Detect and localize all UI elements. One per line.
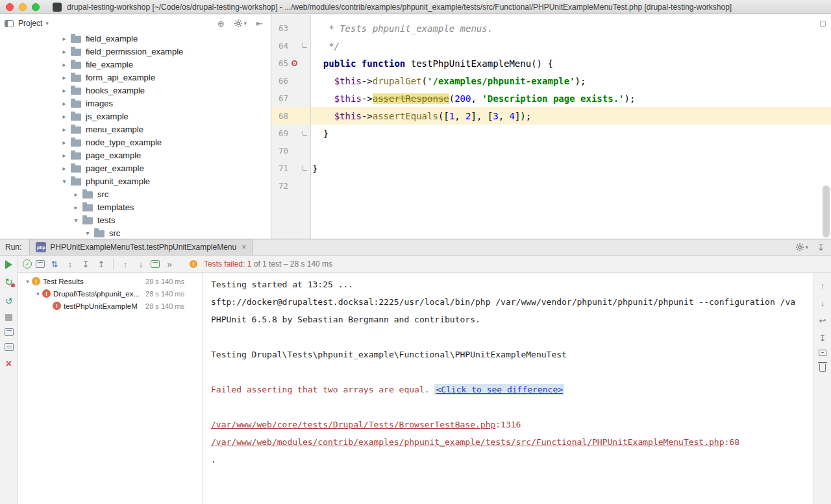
code-editor[interactable]: 63 * Tests phpunit_example menus.64 */65… [271, 15, 831, 239]
editor-scrollbar[interactable] [823, 186, 830, 237]
tree-item-src[interactable]: ▸src [0, 187, 271, 200]
chevron-right-icon[interactable]: ▸ [60, 87, 69, 94]
test-tree-item[interactable]: !testPhpUnitExampleM28 s 140 ms [18, 300, 203, 312]
tree-item-form_api_example[interactable]: ▸form_api_example [0, 71, 271, 84]
previous-failed-test-icon[interactable]: ↑ [119, 258, 131, 270]
close-button[interactable]: × [3, 358, 15, 370]
chevron-right-icon[interactable]: ▸ [60, 165, 69, 172]
print-icon[interactable] [819, 350, 826, 356]
expand-all-icon[interactable]: ↧ [80, 258, 92, 270]
fold-marker-icon[interactable] [303, 166, 307, 171]
tree-item-templates[interactable]: ▸templates [0, 200, 271, 213]
toggle-auto-test-button[interactable]: ↺ [3, 295, 15, 307]
more-icon[interactable]: » [164, 258, 175, 270]
test-tree-item[interactable]: ▾!Test Results28 s 140 ms [18, 275, 203, 287]
close-tab-icon[interactable]: × [242, 243, 246, 252]
diff-link[interactable]: <Click to see difference> [434, 384, 564, 395]
chevron-right-icon[interactable]: ▸ [60, 126, 69, 133]
editor-gutter: 64 [271, 37, 310, 54]
run-settings-gear-icon[interactable]: ▾ [795, 243, 809, 252]
code-text[interactable]: } [310, 163, 317, 174]
code-text[interactable]: */ [310, 41, 340, 51]
editor-gutter: 68 [271, 107, 310, 125]
code-text[interactable]: * Tests phpunit_example menus. [310, 23, 493, 34]
tree-item-images[interactable]: ▸images [0, 97, 271, 110]
chevron-down-icon[interactable]: ▾ [83, 230, 92, 237]
chevron-right-icon[interactable]: ▸ [60, 35, 69, 42]
stop-button[interactable] [5, 314, 12, 321]
chevron-right-icon[interactable]: ▸ [60, 61, 69, 68]
file-link[interactable]: /var/www/web/core/tests/Drupal/Tests/Bro… [211, 420, 495, 429]
chevron-down-icon[interactable]: ▾ [45, 20, 49, 27]
locate-file-icon[interactable]: ⊕ [217, 19, 225, 29]
chevron-right-icon[interactable]: ▸ [60, 48, 69, 55]
test-history-icon[interactable] [151, 260, 160, 268]
minimize-window-button[interactable] [19, 3, 27, 11]
chevron-right-icon[interactable]: ▸ [60, 113, 69, 120]
clear-all-icon[interactable] [819, 364, 826, 372]
chevron-right-icon[interactable]: ▸ [60, 100, 69, 107]
pin-tab-button[interactable] [5, 343, 14, 351]
tree-item-file_example[interactable]: ▸file_example [0, 58, 271, 71]
tree-item-phpunit_example[interactable]: ▾phpunit_example [0, 174, 271, 187]
code-text[interactable]: $this->assertEquals([1, 2], [3, 4]); [310, 111, 531, 121]
test-console[interactable]: Testing started at 13:25 ...sftp://docke… [203, 273, 813, 504]
zoom-window-button[interactable] [32, 3, 40, 11]
tree-item-src[interactable]: ▾src [0, 226, 271, 239]
chevron-down-icon[interactable]: ▾ [23, 278, 32, 285]
next-failed-test-icon[interactable]: ↓ [135, 258, 147, 270]
code-text[interactable]: public function testPhpUnitExampleMenu()… [310, 58, 553, 69]
soft-wrap-icon[interactable]: ↩ [817, 315, 828, 326]
fold-marker-icon[interactable] [303, 43, 307, 48]
run-tab-title: PHPUnitExampleMenuTest.testPhpUnitExampl… [50, 243, 236, 252]
file-link[interactable]: /var/www/web/modules/contrib/examples/ph… [211, 437, 725, 447]
run-tab[interactable]: php PHPUnitExampleMenuTest.testPhpUnitEx… [29, 239, 253, 255]
chevron-right-icon[interactable]: ▸ [60, 152, 69, 159]
tests-failed-text: Tests failed: 1 [204, 259, 251, 269]
chevron-right-icon[interactable]: ▸ [71, 204, 81, 211]
collapse-all-icon[interactable]: ↥ [95, 258, 107, 270]
hide-passed-icon[interactable]: ✓ [23, 259, 32, 269]
tree-item-js_example[interactable]: ▸js_example [0, 110, 271, 123]
rerun-failed-tests-button[interactable]: ↻ [3, 276, 15, 288]
chevron-right-icon[interactable]: ▸ [71, 191, 81, 198]
run-test-failed-icon[interactable] [291, 60, 297, 66]
show-ignored-icon[interactable] [36, 260, 45, 268]
hide-window-icon[interactable]: ↧ [817, 243, 825, 252]
chevron-down-icon[interactable]: ▾ [71, 217, 81, 224]
chevron-right-icon[interactable]: ▸ [60, 139, 69, 146]
up-stacktrace-icon[interactable]: ↑ [817, 280, 828, 291]
restore-layout-button[interactable] [5, 328, 14, 336]
down-stacktrace-icon[interactable]: ↓ [817, 297, 828, 309]
scroll-to-end-icon[interactable]: ↧ [817, 332, 828, 344]
line-number: 64 [271, 41, 288, 51]
test-tree-item[interactable]: ▾!Drupal\Tests\phpunit_ex...28 s 140 ms [18, 287, 203, 300]
chevron-right-icon[interactable]: ▸ [60, 74, 69, 81]
tree-item-pager_example[interactable]: ▸pager_example [0, 162, 271, 174]
sort-by-duration-icon[interactable]: ↕ [64, 258, 76, 270]
folder-icon [82, 217, 93, 224]
console-text: sftp://docker@drupaltest.docksal:2225/us… [211, 297, 795, 307]
folder-icon [71, 139, 81, 147]
tree-item-node_type_example[interactable]: ▸node_type_example [0, 136, 271, 149]
run-left-toolbar: ↻↺× [0, 256, 18, 504]
code-text[interactable]: } [310, 128, 329, 139]
project-settings-icon[interactable]: ▾ [234, 19, 247, 28]
fold-marker-icon[interactable] [303, 131, 307, 136]
sort-alphabetically-icon[interactable]: ⇅ [49, 258, 60, 270]
chevron-down-icon[interactable]: ▾ [34, 291, 42, 297]
tree-item-field_example[interactable]: ▸field_example [0, 32, 271, 45]
hide-panel-icon[interactable]: ⇤ [256, 19, 263, 29]
rerun-tests-button[interactable] [5, 260, 12, 269]
tree-item-field_permission_example[interactable]: ▸field_permission_example [0, 45, 271, 58]
tree-item-tests[interactable]: ▾tests [0, 213, 271, 226]
close-window-button[interactable] [6, 3, 14, 11]
tree-item-page_example[interactable]: ▸page_example [0, 149, 271, 162]
tree-item-menu_example[interactable]: ▸menu_example [0, 123, 271, 136]
code-text[interactable]: $this->drupalGet('/examples/phpunit-exam… [310, 76, 586, 86]
chevron-down-icon[interactable]: ▾ [60, 178, 69, 185]
tree-item-hooks_example[interactable]: ▸hooks_example [0, 84, 271, 97]
inspections-widget-icon[interactable] [820, 21, 826, 27]
code-text[interactable]: $this->assertResponse(200, 'Description … [310, 93, 635, 104]
test-runner-toolbar: ✓⇅↕↧↥↑↓» ! Tests failed: 1 of 1 test – 2… [18, 256, 831, 273]
